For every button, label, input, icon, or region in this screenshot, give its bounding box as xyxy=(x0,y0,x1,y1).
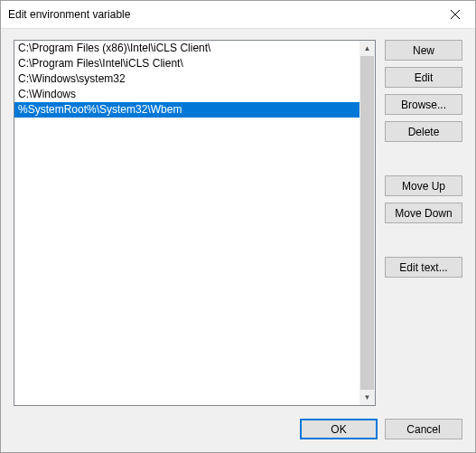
scroll-up-arrow[interactable]: ▲ xyxy=(359,41,375,56)
delete-button[interactable]: Delete xyxy=(385,121,462,142)
list-item[interactable]: %SystemRoot%\System32\Wbem xyxy=(14,102,359,118)
edit-text-button[interactable]: Edit text... xyxy=(385,257,462,278)
side-button-column: New Edit Browse... Delete Move Up Move D… xyxy=(385,40,462,406)
scroll-track[interactable] xyxy=(359,56,375,390)
cancel-button[interactable]: Cancel xyxy=(385,419,462,439)
scrollbar[interactable]: ▲ ▼ xyxy=(359,41,375,405)
dialog-body: C:\Program Files (x86)\Intel\iCLS Client… xyxy=(1,29,475,452)
list-item[interactable]: C:\Windows xyxy=(14,87,359,102)
move-down-button[interactable]: Move Down xyxy=(385,203,462,223)
main-row: C:\Program Files (x86)\Intel\iCLS Client… xyxy=(14,40,462,406)
window-title: Edit environment variable xyxy=(1,8,130,21)
titlebar: Edit environment variable xyxy=(1,1,475,29)
list-item[interactable]: C:\Windows\system32 xyxy=(14,71,359,87)
ok-button[interactable]: OK xyxy=(300,419,378,439)
move-up-button[interactable]: Move Up xyxy=(385,175,462,196)
close-button[interactable] xyxy=(434,1,475,28)
dialog-window: Edit environment variable C:\Program Fil… xyxy=(0,0,476,453)
scroll-down-arrow[interactable]: ▼ xyxy=(359,390,375,405)
list-item[interactable]: C:\Program Files\Intel\iCLS Client\ xyxy=(14,56,359,71)
scroll-thumb[interactable] xyxy=(360,56,374,390)
new-button[interactable]: New xyxy=(385,40,462,61)
close-icon xyxy=(451,10,460,19)
list-item[interactable]: C:\Program Files (x86)\Intel\iCLS Client… xyxy=(14,41,359,56)
browse-button[interactable]: Browse... xyxy=(385,94,462,115)
edit-button[interactable]: Edit xyxy=(385,67,462,88)
bottom-button-row: OK Cancel xyxy=(14,419,462,439)
path-listbox[interactable]: C:\Program Files (x86)\Intel\iCLS Client… xyxy=(14,40,376,406)
